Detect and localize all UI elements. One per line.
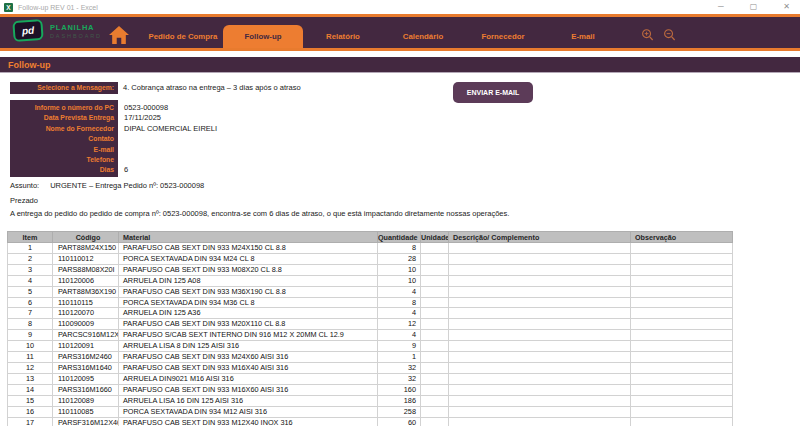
tab-fornecedor[interactable]: Fornecedor <box>463 25 543 48</box>
pc-number-field[interactable]: 0523-000098 <box>124 103 444 113</box>
cell-quantidade[interactable]: 4 <box>378 330 421 341</box>
cell-observacao[interactable] <box>631 243 733 254</box>
cell-quantidade[interactable]: 4 <box>378 308 421 319</box>
cell-item[interactable]: 15 <box>8 395 53 406</box>
cell-codigo[interactable]: 110110085 <box>53 406 119 417</box>
cell-codigo[interactable]: PARS316M2460 <box>53 352 119 363</box>
send-email-button[interactable]: ENVIAR E-MAIL <box>453 82 533 103</box>
cell-codigo[interactable]: PART88M36X190 <box>53 286 119 297</box>
cell-descricao[interactable] <box>449 243 631 254</box>
cell-codigo[interactable]: PARS316M1660 <box>53 384 119 395</box>
supplier-name-field[interactable]: DIPAL COMERCIAL EIRELI <box>124 124 444 134</box>
cell-quantidade[interactable]: 10 <box>378 264 421 275</box>
cell-observacao[interactable] <box>631 264 733 275</box>
cell-item[interactable]: 8 <box>8 319 53 330</box>
cell-item[interactable]: 6 <box>8 297 53 308</box>
cell-descricao[interactable] <box>449 406 631 417</box>
cell-quantidade[interactable]: 8 <box>378 297 421 308</box>
minimize-icon[interactable]: ─ <box>718 1 724 13</box>
cell-material[interactable]: PARAFUSO CAB SEXT DIN 933 M24X150 CL 8.8 <box>119 243 378 254</box>
cell-codigo[interactable]: PARCSC916M12X20 <box>53 330 119 341</box>
cell-item[interactable]: 7 <box>8 308 53 319</box>
cell-observacao[interactable] <box>631 417 733 426</box>
cell-item[interactable]: 4 <box>8 275 53 286</box>
cell-descricao[interactable] <box>449 297 631 308</box>
days-field[interactable]: 6 <box>124 165 444 175</box>
cell-quantidade[interactable]: 28 <box>378 253 421 264</box>
cell-unidade[interactable] <box>421 373 449 384</box>
home-icon[interactable] <box>108 25 130 45</box>
cell-item[interactable]: 1 <box>8 243 53 254</box>
cell-descricao[interactable] <box>449 395 631 406</box>
cell-observacao[interactable] <box>631 286 733 297</box>
cell-observacao[interactable] <box>631 275 733 286</box>
contact-field[interactable] <box>124 134 444 144</box>
cell-quantidade[interactable]: 9 <box>378 341 421 352</box>
cell-codigo[interactable]: 110120091 <box>53 341 119 352</box>
delivery-date-field[interactable]: 17/11/2025 <box>124 113 444 123</box>
tab-calendario[interactable]: Calendário <box>383 25 463 48</box>
cell-unidade[interactable] <box>421 395 449 406</box>
cell-descricao[interactable] <box>449 264 631 275</box>
cell-observacao[interactable] <box>631 341 733 352</box>
cell-item[interactable]: 13 <box>8 373 53 384</box>
cell-observacao[interactable] <box>631 373 733 384</box>
cell-codigo[interactable]: 110110012 <box>53 253 119 264</box>
zoom-out-icon[interactable] <box>662 28 677 43</box>
cell-item[interactable]: 9 <box>8 330 53 341</box>
cell-unidade[interactable] <box>421 330 449 341</box>
cell-material[interactable]: ARRUELA DIN 125 A08 <box>119 275 378 286</box>
cell-descricao[interactable] <box>449 384 631 395</box>
cell-quantidade[interactable]: 1 <box>378 352 421 363</box>
cell-descricao[interactable] <box>449 330 631 341</box>
cell-unidade[interactable] <box>421 319 449 330</box>
cell-material[interactable]: PARAFUSO CAB SEXT DIN 933 M20X110 CL 8.8 <box>119 319 378 330</box>
cell-item[interactable]: 3 <box>8 264 53 275</box>
cell-quantidade[interactable]: 32 <box>378 362 421 373</box>
cell-quantidade[interactable]: 4 <box>378 286 421 297</box>
cell-unidade[interactable] <box>421 253 449 264</box>
cell-codigo[interactable]: 110120095 <box>53 373 119 384</box>
cell-unidade[interactable] <box>421 243 449 254</box>
cell-codigo[interactable]: 110120006 <box>53 275 119 286</box>
cell-observacao[interactable] <box>631 384 733 395</box>
tab-pedido-de-compra[interactable]: Pedido de Compra <box>143 25 223 48</box>
cell-unidade[interactable] <box>421 286 449 297</box>
cell-codigo[interactable]: 110090009 <box>53 319 119 330</box>
cell-item[interactable]: 17 <box>8 417 53 426</box>
cell-item[interactable]: 10 <box>8 341 53 352</box>
cell-material[interactable]: PARAFUSO CAB SEXT DIN 933 M12X40 INOX 31… <box>119 417 378 426</box>
cell-unidade[interactable] <box>421 406 449 417</box>
cell-observacao[interactable] <box>631 330 733 341</box>
cell-material[interactable]: ARRUELA LISA 16 DIN 125 AISI 316 <box>119 395 378 406</box>
phone-field[interactable] <box>124 155 444 165</box>
cell-descricao[interactable] <box>449 253 631 264</box>
cell-descricao[interactable] <box>449 341 631 352</box>
cell-codigo[interactable]: PART88M24X150 <box>53 243 119 254</box>
cell-unidade[interactable] <box>421 275 449 286</box>
cell-observacao[interactable] <box>631 352 733 363</box>
cell-codigo[interactable]: 110110115 <box>53 297 119 308</box>
cell-material[interactable]: PORCA SEXTAVADA DIN 934 M24 CL 8 <box>119 253 378 264</box>
cell-unidade[interactable] <box>421 362 449 373</box>
cell-material[interactable]: PARAFUSO CAB SEXT DIN 933 M36X190 CL 8.8 <box>119 286 378 297</box>
cell-codigo[interactable]: 110120070 <box>53 308 119 319</box>
cell-observacao[interactable] <box>631 362 733 373</box>
cell-observacao[interactable] <box>631 319 733 330</box>
cell-unidade[interactable] <box>421 297 449 308</box>
cell-quantidade[interactable]: 258 <box>378 406 421 417</box>
cell-descricao[interactable] <box>449 362 631 373</box>
cell-observacao[interactable] <box>631 297 733 308</box>
tab-email[interactable]: E-mail <box>543 25 623 48</box>
cell-item[interactable]: 5 <box>8 286 53 297</box>
cell-item[interactable]: 2 <box>8 253 53 264</box>
cell-quantidade[interactable]: 10 <box>378 275 421 286</box>
cell-material[interactable]: PARAFUSO CAB SEXT DIN 933 M16X40 AISI 31… <box>119 362 378 373</box>
cell-descricao[interactable] <box>449 319 631 330</box>
cell-observacao[interactable] <box>631 253 733 264</box>
cell-descricao[interactable] <box>449 352 631 363</box>
cell-unidade[interactable] <box>421 352 449 363</box>
cell-descricao[interactable] <box>449 308 631 319</box>
cell-item[interactable]: 14 <box>8 384 53 395</box>
cell-unidade[interactable] <box>421 341 449 352</box>
